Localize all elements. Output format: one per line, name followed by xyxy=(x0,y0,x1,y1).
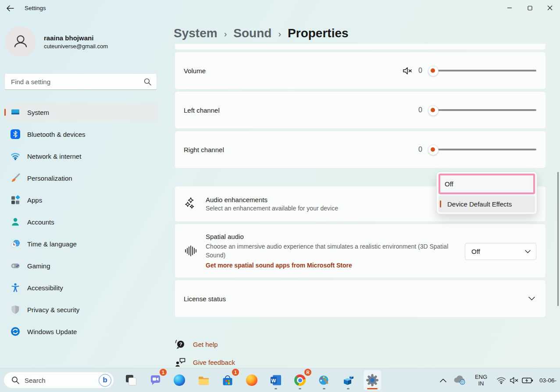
paint-button[interactable] xyxy=(315,370,333,390)
right-channel-slider[interactable] xyxy=(433,149,536,150)
chrome-button[interactable]: R xyxy=(291,370,309,390)
breadcrumb-sound[interactable]: Sound xyxy=(233,26,271,40)
user-name: raaina bhojwani xyxy=(44,34,108,42)
give-feedback-label: Give feedback xyxy=(193,359,235,366)
file-explorer-button[interactable] xyxy=(195,370,212,390)
settings-search-input[interactable] xyxy=(5,74,143,89)
running-indicator xyxy=(299,388,301,389)
chevron-down-icon xyxy=(525,250,531,253)
license-status-row[interactable]: License status xyxy=(175,280,546,317)
minimize-icon xyxy=(507,5,512,11)
bluetooth-icon xyxy=(11,129,20,139)
language-indicator[interactable]: ENG IN xyxy=(472,368,490,392)
tray-clock[interactable]: 03-06- xyxy=(539,368,560,392)
active-app-indicator xyxy=(367,388,378,389)
dropdown-option-device-default-effects[interactable]: Device Default Effects xyxy=(439,196,535,212)
registry-editor-button[interactable] xyxy=(339,370,357,390)
firefox-icon xyxy=(246,374,257,386)
maximize-icon xyxy=(528,6,532,11)
onedrive-tray-button[interactable] xyxy=(452,368,467,392)
sidebar-item-accounts[interactable]: Accounts xyxy=(4,212,158,232)
running-indicator xyxy=(323,388,325,389)
apps-icon xyxy=(11,195,20,205)
get-help-link[interactable]: ? Get help xyxy=(175,339,218,350)
registry-editor-icon xyxy=(342,374,354,386)
taskbar-apps: 1 1 xyxy=(122,370,381,390)
sidebar-item-time-language[interactable]: Time & language xyxy=(4,234,158,253)
sidebar-item-system[interactable]: System xyxy=(4,103,158,122)
tray-volume-button[interactable] xyxy=(509,368,520,392)
maximize-button[interactable] xyxy=(520,0,540,16)
tray-show-hidden-icons[interactable] xyxy=(438,368,448,392)
sidebar-item-label: Accessibility xyxy=(27,284,63,292)
sidebar-item-label: Windows Update xyxy=(27,328,77,335)
sidebar-item-privacy-security[interactable]: Privacy & security xyxy=(4,300,158,319)
audio-enhancements-subtitle: Select an enhancement available for your… xyxy=(206,205,338,212)
user-email: cuteuniverse@gmail.com xyxy=(44,43,108,50)
task-view-button[interactable] xyxy=(122,370,140,390)
volume-row: Volume 0 xyxy=(175,52,546,89)
breadcrumb: System › Sound › Properties xyxy=(174,26,349,40)
settings-button[interactable] xyxy=(364,370,381,390)
taskbar-search[interactable]: Search b xyxy=(4,372,114,388)
dropdown-option-off[interactable]: Off xyxy=(439,174,535,194)
scrollbar-thumb[interactable] xyxy=(557,172,559,306)
breadcrumb-separator: › xyxy=(224,29,227,39)
right-channel-value: 0 xyxy=(418,146,422,153)
close-icon xyxy=(547,5,553,11)
tray-battery-button[interactable] xyxy=(521,368,534,392)
svg-text:?: ? xyxy=(179,342,182,347)
feedback-icon xyxy=(175,356,186,368)
firefox-button[interactable] xyxy=(243,370,260,390)
sidebar-item-personalization[interactable]: Personalization xyxy=(4,168,158,188)
sidebar-item-network-internet[interactable]: Network & internet xyxy=(4,146,158,166)
ms-store-link[interactable]: Get more spatial sound apps from Microso… xyxy=(206,262,464,269)
give-feedback-link[interactable]: Give feedback xyxy=(175,356,235,368)
settings-window: Settings raaina bhojwani cuteuniverse@gm… xyxy=(0,0,560,392)
left-channel-slider[interactable] xyxy=(433,109,536,111)
volume-slider[interactable] xyxy=(433,70,536,71)
chrome-profile-badge: R xyxy=(304,369,311,376)
breadcrumb-system[interactable]: System xyxy=(174,26,218,40)
right-channel-slider-thumb[interactable] xyxy=(428,145,439,155)
sidebar-item-accessibility[interactable]: Accessibility xyxy=(4,278,158,297)
close-button[interactable] xyxy=(540,0,560,16)
license-status-label: License status xyxy=(184,295,537,303)
brush-icon xyxy=(11,173,20,183)
spatial-audio-select[interactable]: Off xyxy=(465,243,536,260)
sidebar-item-label: Network & internet xyxy=(27,153,81,160)
back-arrow-icon xyxy=(6,5,14,11)
back-button[interactable] xyxy=(3,2,18,15)
audio-enhancements-title: Audio enhancements xyxy=(206,196,338,203)
mute-button[interactable] xyxy=(401,64,413,77)
notification-badge: 1 xyxy=(160,369,167,376)
teams-chat-button[interactable]: 1 xyxy=(146,370,164,390)
word-button[interactable]: W xyxy=(267,370,285,390)
bing-icon[interactable]: b xyxy=(99,374,111,387)
sidebar-item-label: Gaming xyxy=(27,262,50,270)
user-profile[interactable]: raaina bhojwani cuteuniverse@gmail.com xyxy=(5,26,154,57)
search-icon xyxy=(144,78,151,86)
spatial-audio-title: Spatial audio xyxy=(206,233,464,240)
sidebar-item-apps[interactable]: Apps xyxy=(4,190,158,210)
chevron-down-icon[interactable] xyxy=(528,297,535,301)
left-channel-row: Left channel 0 xyxy=(175,91,546,129)
edge-button[interactable] xyxy=(171,370,188,390)
accounts-icon xyxy=(11,217,20,227)
left-channel-slider-thumb[interactable] xyxy=(428,105,439,116)
bing-letter: b xyxy=(103,376,107,385)
sidebar-item-gaming[interactable]: Gaming xyxy=(4,256,158,275)
get-help-label: Get help xyxy=(193,341,218,348)
scrolled-card-edge xyxy=(175,44,546,50)
windows-update-icon xyxy=(11,327,20,336)
wifi-icon xyxy=(496,377,506,384)
tray-wifi-button[interactable] xyxy=(496,368,507,392)
person-icon xyxy=(11,32,31,52)
volume-slider-thumb[interactable] xyxy=(428,66,439,76)
microsoft-store-button[interactable]: 1 xyxy=(219,370,236,390)
chevron-up-icon xyxy=(440,378,446,382)
sidebar-item-bluetooth-devices[interactable]: Bluetooth & devices xyxy=(4,125,158,144)
minimize-button[interactable] xyxy=(499,0,520,16)
breadcrumb-separator: › xyxy=(278,29,281,39)
sidebar-item-windows-update[interactable]: Windows Update xyxy=(4,322,158,341)
